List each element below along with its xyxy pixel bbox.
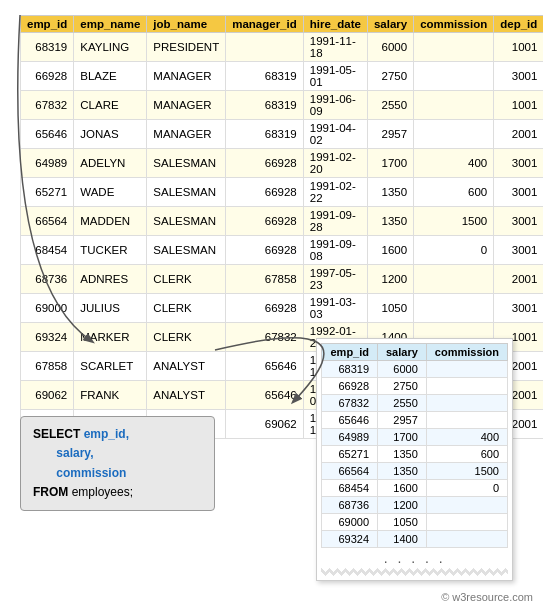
main-cell-r4c2: SALESMAN [147, 149, 226, 178]
result-cell-r5c2: 600 [426, 446, 507, 463]
main-cell-r1c6 [414, 62, 494, 91]
main-cell-r5c7: 3001 [494, 178, 543, 207]
result-cell-r7c1: 1600 [378, 480, 427, 497]
main-cell-r12c0: 69062 [21, 381, 74, 410]
result-table-body: 6831960006692827506783225506564629576498… [322, 361, 508, 548]
main-cell-r2c5: 2550 [367, 91, 413, 120]
main-cell-r8c0: 68736 [21, 265, 74, 294]
result-cell-r5c1: 1350 [378, 446, 427, 463]
main-cell-r1c5: 2750 [367, 62, 413, 91]
result-cell-r10c1: 1400 [378, 531, 427, 548]
result-cell-r6c0: 66564 [322, 463, 378, 480]
result-table: emp_idsalarycommission 68319600066928275… [321, 343, 508, 548]
main-cell-r4c1: ADELYN [74, 149, 147, 178]
sql-box: SELECT emp_id, salary, commission FROM e… [20, 416, 215, 511]
result-cell-r4c0: 64989 [322, 429, 378, 446]
main-cell-r8c5: 1200 [367, 265, 413, 294]
main-cell-r9c3: 66928 [226, 294, 304, 323]
main-cell-r10c2: CLERK [147, 323, 226, 352]
result-cell-r10c0: 69324 [322, 531, 378, 548]
main-cell-r7c7: 3001 [494, 236, 543, 265]
main-cell-r4c5: 1700 [367, 149, 413, 178]
sql-table: employees; [72, 485, 133, 499]
result-cell-r1c1: 2750 [378, 378, 427, 395]
main-cell-r1c4: 1991-05-01 [303, 62, 367, 91]
main-header-emp_name: emp_name [74, 16, 147, 33]
main-cell-r8c1: ADNRES [74, 265, 147, 294]
main-cell-r6c2: SALESMAN [147, 207, 226, 236]
main-cell-r11c1: SCARLET [74, 352, 147, 381]
main-cell-r6c6: 1500 [414, 207, 494, 236]
main-cell-r7c4: 1991-09-08 [303, 236, 367, 265]
watermark: © w3resource.com [441, 591, 533, 603]
result-cell-r2c2 [426, 395, 507, 412]
result-cell-r8c2 [426, 497, 507, 514]
main-cell-r8c2: CLERK [147, 265, 226, 294]
result-table-row: 6845416000 [322, 480, 508, 497]
main-cell-r6c1: MADDEN [74, 207, 147, 236]
result-cell-r1c0: 66928 [322, 378, 378, 395]
main-cell-r11c0: 67858 [21, 352, 74, 381]
main-table-row: 68319KAYLINGPRESIDENT1991-11-1860001001 [21, 33, 544, 62]
main-table-header: emp_idemp_namejob_namemanager_idhire_dat… [21, 16, 544, 33]
main-cell-r1c0: 66928 [21, 62, 74, 91]
torn-paper-effect [321, 568, 508, 576]
main-table-row: 65646JONASMANAGER683191991-04-0229572001 [21, 120, 544, 149]
result-cell-r3c1: 2957 [378, 412, 427, 429]
main-cell-r12c2: ANALYST [147, 381, 226, 410]
main-cell-r6c3: 66928 [226, 207, 304, 236]
main-cell-r6c0: 66564 [21, 207, 74, 236]
main-cell-r0c4: 1991-11-18 [303, 33, 367, 62]
main-cell-r3c2: MANAGER [147, 120, 226, 149]
result-cell-r1c2 [426, 378, 507, 395]
main-cell-r13c3: 69062 [226, 410, 304, 439]
result-cell-r3c2 [426, 412, 507, 429]
main-cell-r3c1: JONAS [74, 120, 147, 149]
main-cell-r3c3: 68319 [226, 120, 304, 149]
sql-from-keyword: FROM [33, 485, 72, 499]
sql-select-keyword: SELECT [33, 427, 84, 441]
result-table-row: 669282750 [322, 378, 508, 395]
result-header-emp_id: emp_id [322, 344, 378, 361]
main-table-row: 68454TUCKERSALESMAN669281991-09-08160003… [21, 236, 544, 265]
result-table-row: 649891700400 [322, 429, 508, 446]
main-cell-r1c1: BLAZE [74, 62, 147, 91]
main-cell-r9c2: CLERK [147, 294, 226, 323]
main-cell-r3c0: 65646 [21, 120, 74, 149]
main-cell-r1c7: 3001 [494, 62, 543, 91]
result-table-row: 687361200 [322, 497, 508, 514]
main-header-commission: commission [414, 16, 494, 33]
main-header-emp_id: emp_id [21, 16, 74, 33]
result-cell-r9c0: 69000 [322, 514, 378, 531]
main-cell-r6c7: 3001 [494, 207, 543, 236]
main-cell-r2c4: 1991-06-09 [303, 91, 367, 120]
main-cell-r4c0: 64989 [21, 149, 74, 178]
main-cell-r12c3: 65646 [226, 381, 304, 410]
result-cell-r2c0: 67832 [322, 395, 378, 412]
main-cell-r4c7: 3001 [494, 149, 543, 178]
main-cell-r2c1: CLARE [74, 91, 147, 120]
main-cell-r9c5: 1050 [367, 294, 413, 323]
result-cell-r4c1: 1700 [378, 429, 427, 446]
result-table-row: 652711350600 [322, 446, 508, 463]
result-cell-r7c0: 68454 [322, 480, 378, 497]
main-cell-r5c2: SALESMAN [147, 178, 226, 207]
main-table-row: 69000JULIUSCLERK669281991-03-0310503001 [21, 294, 544, 323]
result-cell-r8c0: 68736 [322, 497, 378, 514]
result-table-row: 656462957 [322, 412, 508, 429]
main-cell-r7c2: SALESMAN [147, 236, 226, 265]
main-cell-r7c0: 68454 [21, 236, 74, 265]
sql-col3: commission [56, 466, 126, 480]
main-header-job_name: job_name [147, 16, 226, 33]
main-cell-r11c3: 65646 [226, 352, 304, 381]
main-table-row: 64989ADELYNSALESMAN669281991-02-20170040… [21, 149, 544, 178]
result-table-wrapper: emp_idsalarycommission 68319600066928275… [316, 338, 513, 581]
main-cell-r0c0: 68319 [21, 33, 74, 62]
main-cell-r7c1: TUCKER [74, 236, 147, 265]
result-table-header: emp_idsalarycommission [322, 344, 508, 361]
main-cell-r12c1: FRANK [74, 381, 147, 410]
main-cell-r7c5: 1600 [367, 236, 413, 265]
main-cell-r10c1: MARKER [74, 323, 147, 352]
main-cell-r10c3: 67832 [226, 323, 304, 352]
result-table-row: 690001050 [322, 514, 508, 531]
